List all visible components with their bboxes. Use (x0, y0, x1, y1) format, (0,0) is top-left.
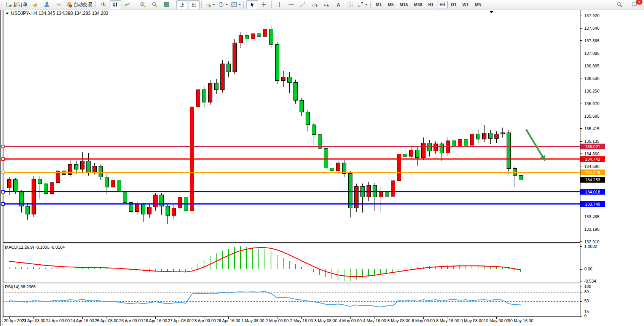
zoom-in-button[interactable] (137, 0, 149, 9)
candle-body (354, 186, 358, 208)
timeframe-m5-button[interactable]: M5 (385, 1, 396, 8)
timeframe-d1-button[interactable]: D1 (448, 1, 459, 8)
new-order-button[interactable]: 新订单 (5, 0, 29, 9)
timeframe-h4-button[interactable]: H4 (437, 1, 448, 8)
level-anchor-134.448[interactable] (2, 171, 5, 174)
time-axis-label: 8 May 00:00 (412, 318, 435, 323)
level-anchor-134.743[interactable] (2, 158, 5, 160)
vertical-line-tool-button[interactable] (274, 0, 285, 9)
zoomout-icon (151, 2, 158, 8)
trendline-tool-button[interactable] (297, 0, 309, 9)
candle-body (476, 134, 480, 139)
chart-shift-button[interactable] (176, 0, 188, 9)
signals-button[interactable] (53, 0, 65, 9)
chart-canvas[interactable]: 137.920137.640137.365137.085136.805136.5… (0, 0, 644, 326)
text-tool-button[interactable]: A (333, 0, 344, 9)
candle-body (391, 181, 395, 196)
candle-body (348, 174, 352, 208)
price-badge-label: 134.283 (585, 177, 600, 182)
text-label-tool-button[interactable]: T (344, 0, 356, 9)
timeframe-m30-button[interactable]: M30 (411, 1, 424, 8)
chevron-down-icon[interactable] (226, 4, 228, 5)
price-badge-label: 134.018 (585, 190, 600, 194)
candlestick-chart-mode-button[interactable] (110, 0, 121, 9)
toolbar-grip[interactable] (370, 2, 371, 8)
horizontal-line-tool-button[interactable] (285, 0, 297, 9)
chart-header-text: USDJPY-,H4 134.345 134.398 134.283 134.2… (11, 11, 108, 16)
candle-body (300, 101, 303, 112)
candle-body (306, 112, 309, 125)
level-anchor-134.018[interactable] (2, 190, 5, 193)
candle-body (208, 83, 212, 102)
level-anchor-133.749[interactable] (2, 203, 5, 205)
time-axis-label: 26 Apr 00:00 (119, 318, 143, 323)
level-anchor-135.021[interactable] (2, 145, 5, 148)
candle-body (452, 141, 456, 146)
price-panel[interactable] (3, 10, 580, 242)
hline-icon (288, 2, 294, 8)
price-axis-label: 136.250 (584, 89, 599, 93)
candle-body (13, 179, 17, 192)
candle-body (281, 77, 285, 80)
toolbar-grip[interactable] (1, 2, 3, 8)
price-axis-label: 135.135 (584, 139, 599, 144)
candle-body (80, 161, 84, 169)
crosshair-tool-button[interactable] (258, 0, 270, 9)
price-badge-label: 133.749 (585, 202, 600, 206)
zoom-out-button[interactable] (149, 0, 161, 9)
arrows-tool-button[interactable] (356, 0, 369, 9)
panel-splitter[interactable] (3, 243, 580, 244)
candle-body (434, 144, 437, 151)
macd-axis-label: 1.0032 (584, 244, 597, 249)
candle-body (488, 133, 492, 138)
time-axis-label: 5 May 08:00 (387, 318, 411, 323)
autotrade-icon (66, 2, 72, 8)
rsi-axis-label: 100 (584, 284, 591, 289)
profiles-button[interactable] (29, 0, 41, 9)
time-axis-label: 26 Apr 16:00 (143, 318, 167, 323)
candle-body (519, 176, 523, 180)
timeframe-w1-button[interactable]: W1 (460, 1, 472, 8)
timeframe-m15-button[interactable]: M15 (397, 1, 410, 8)
price-axis-label: 136.805 (584, 64, 599, 68)
fibonacci-tool-button[interactable]: F (321, 0, 333, 9)
tile-windows-button[interactable] (161, 0, 172, 9)
chevron-down-icon[interactable] (365, 4, 368, 5)
candle-body (172, 208, 175, 215)
toolbar-grip[interactable] (243, 2, 245, 8)
svg-text:F: F (327, 5, 329, 8)
search-button[interactable] (614, 0, 625, 9)
auto-scroll-button[interactable] (188, 0, 200, 9)
time-axis-label: 2 May 16:00 (290, 318, 313, 323)
chevron-down-icon[interactable] (213, 4, 215, 5)
notifications-button[interactable]: 1 (628, 0, 640, 9)
candle-body (409, 150, 413, 157)
cursor-tool-button[interactable] (246, 0, 258, 9)
toolbar-right: 1 (614, 0, 642, 9)
linechart-icon (124, 2, 130, 8)
signal-icon (56, 2, 62, 8)
macd-axis-label: 0.00 (584, 267, 592, 271)
indicators-menu-button[interactable] (204, 0, 217, 9)
candle-body (415, 150, 419, 157)
line-chart-mode-button[interactable] (121, 0, 133, 9)
toolbar-separator (135, 1, 135, 8)
panel-splitter[interactable] (3, 283, 580, 284)
bar-chart-mode-button[interactable] (98, 0, 110, 9)
templates-menu-button[interactable] (230, 0, 242, 9)
macd-panel[interactable] (3, 244, 580, 283)
periods-menu-button[interactable] (217, 0, 230, 9)
time-axis-label: 25 Apr 08:00 (95, 318, 118, 323)
candle-body (92, 166, 96, 172)
time-axis-label: 2 May 00:00 (266, 318, 289, 323)
candle-body (86, 161, 90, 172)
auto-trading-button[interactable]: 自动交易 (65, 0, 94, 9)
timeframe-mn-button[interactable]: MN (472, 1, 484, 8)
community-button[interactable] (41, 0, 53, 9)
timeframe-m1-button[interactable]: M1 (373, 1, 384, 8)
timeframe-h1-button[interactable]: H1 (426, 1, 436, 8)
chevron-down-icon[interactable] (239, 4, 241, 5)
price-axis-label: 134.860 (584, 152, 599, 156)
candle-body (214, 83, 218, 90)
equidistant-channel-tool-button[interactable]: E (309, 0, 321, 9)
